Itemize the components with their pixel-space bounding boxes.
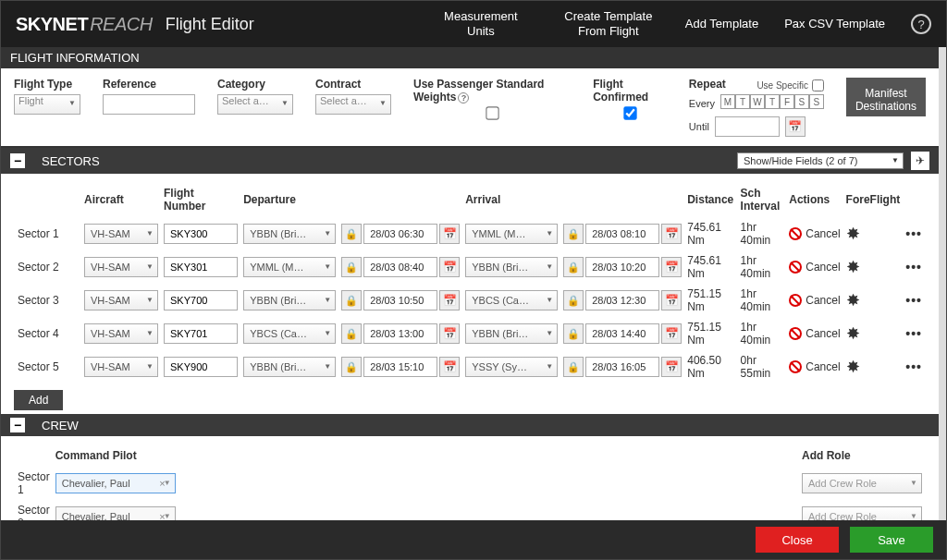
calendar-icon[interactable]: 📅 [661,290,682,310]
flight-type-select[interactable]: Flight [14,94,80,115]
add-crew-role-select[interactable]: Add Crew Role [802,506,922,520]
arrival-port-select[interactable]: YSSY (Sy… [465,357,558,377]
repeat-day[interactable]: T [735,94,750,109]
arrival-port-select[interactable]: YMML (M… [465,224,558,244]
close-button[interactable]: Close [756,527,839,553]
flight-number-input[interactable] [164,224,238,244]
departure-port-select[interactable]: YBBN (Bri… [243,224,336,244]
nav-measurement-units[interactable]: Measurement Units [430,9,532,38]
help-icon[interactable]: ? [911,14,931,34]
flight-number-input[interactable] [164,323,238,344]
command-pilot-select[interactable]: Chevalier, Paul× [55,506,176,520]
lock-icon[interactable]: 🔒 [341,357,362,377]
info-icon[interactable]: ? [458,92,469,103]
repeat-day[interactable]: T [765,94,780,109]
calendar-icon[interactable]: 📅 [661,323,682,344]
until-input[interactable] [715,116,780,137]
departure-port-select[interactable]: YBCS (Ca… [243,323,336,344]
departure-time-input[interactable]: 28/03 06:30 [363,224,437,244]
departure-time-input[interactable]: 28/03 10:50 [363,290,437,310]
nav-pax-csv-template[interactable]: Pax CSV Template [784,17,885,31]
lock-icon[interactable]: 🔒 [563,357,584,377]
more-icon[interactable]: ••• [905,260,922,274]
lock-icon[interactable]: 🔒 [563,323,584,344]
clear-icon[interactable]: × [155,511,168,520]
foreflight-icon[interactable]: ✸ [846,324,860,343]
departure-port-select[interactable]: YBBN (Bri… [243,290,336,310]
aircraft-select[interactable]: VH-SAM [84,323,158,344]
cancel-button[interactable]: Cancel [789,227,840,240]
calendar-icon[interactable]: 📅 [439,357,460,377]
lock-icon[interactable]: 🔒 [341,224,362,244]
lock-icon[interactable]: 🔒 [563,290,584,310]
lock-icon[interactable]: 🔒 [341,323,362,344]
cancel-button[interactable]: Cancel [789,294,840,307]
clear-icon[interactable]: × [155,478,168,489]
repeat-day[interactable]: W [750,94,765,109]
show-hide-fields-select[interactable]: Show/Hide Fields (2 of 7) [737,152,904,169]
add-sector-button[interactable]: Add [14,390,63,410]
foreflight-icon[interactable]: ✸ [846,225,860,243]
flight-number-input[interactable] [164,290,238,310]
arrival-time-input[interactable]: 28/03 12:30 [585,290,659,310]
repeat-day[interactable]: S [809,94,824,109]
cancel-button[interactable]: Cancel [789,261,840,274]
repeat-days[interactable]: MTWTFSS [720,94,824,109]
more-icon[interactable]: ••• [905,293,922,308]
command-pilot-select[interactable]: Chevalier, Paul× [55,473,176,493]
repeat-day[interactable]: M [720,94,735,109]
content-scroll[interactable]: FLIGHT INFORMATION Flight Type Flight Re… [1,47,946,520]
more-icon[interactable]: ••• [905,226,922,241]
arrival-time-input[interactable]: 28/03 14:40 [585,323,659,344]
calendar-icon[interactable]: 📅 [661,224,682,244]
reference-input[interactable] [103,94,195,115]
calendar-icon[interactable]: 📅 [785,116,806,137]
lock-icon[interactable]: 🔒 [563,257,584,277]
aircraft-select[interactable]: VH-SAM [84,224,158,244]
calendar-icon[interactable]: 📅 [661,357,682,377]
map-icon[interactable]: ✈ [911,152,929,170]
repeat-day[interactable]: F [780,94,794,109]
more-icon[interactable]: ••• [905,359,922,374]
departure-time-input[interactable]: 28/03 13:00 [363,323,437,344]
nav-add-template[interactable]: Add Template [685,17,758,31]
arrival-time-input[interactable]: 28/03 16:05 [585,357,659,377]
foreflight-icon[interactable]: ✸ [846,258,860,276]
calendar-icon[interactable]: 📅 [439,290,460,310]
repeat-day[interactable]: S [794,94,809,109]
departure-port-select[interactable]: YBBN (Bri… [243,357,336,377]
arrival-port-select[interactable]: YBBN (Bri… [465,323,558,344]
manifest-destinations-button[interactable]: Manifest Destinations [846,78,926,116]
cancel-button[interactable]: Cancel [789,327,840,340]
calendar-icon[interactable]: 📅 [661,257,682,277]
foreflight-icon[interactable]: ✸ [846,291,860,310]
aircraft-select[interactable]: VH-SAM [84,257,158,277]
use-specific-checkbox[interactable] [812,79,824,91]
cancel-button[interactable]: Cancel [789,360,840,373]
aircraft-select[interactable]: VH-SAM [84,290,158,310]
arrival-port-select[interactable]: YBCS (Ca… [465,290,558,310]
collapse-icon[interactable]: − [10,418,25,432]
save-button[interactable]: Save [850,527,933,553]
use-pax-checkbox[interactable] [486,106,498,119]
arrival-time-input[interactable]: 28/03 08:10 [585,224,659,244]
collapse-icon[interactable]: − [10,153,25,168]
arrival-port-select[interactable]: YBBN (Bri… [465,257,558,277]
departure-time-input[interactable]: 28/03 08:40 [363,257,437,277]
nav-create-template[interactable]: Create Template From Flight [558,9,659,38]
aircraft-select[interactable]: VH-SAM [84,357,158,377]
calendar-icon[interactable]: 📅 [439,323,460,344]
flight-number-input[interactable] [164,357,238,377]
foreflight-icon[interactable]: ✸ [846,358,860,376]
category-select[interactable]: Select a… [217,94,293,115]
flight-confirmed-checkbox[interactable] [623,106,636,119]
contract-select[interactable]: Select a… [315,94,391,115]
lock-icon[interactable]: 🔒 [341,257,362,277]
lock-icon[interactable]: 🔒 [563,224,584,244]
add-crew-role-select[interactable]: Add Crew Role [802,473,922,493]
calendar-icon[interactable]: 📅 [439,257,460,277]
flight-number-input[interactable] [164,257,238,277]
arrival-time-input[interactable]: 28/03 10:20 [585,257,659,277]
departure-port-select[interactable]: YMML (M… [243,257,336,277]
more-icon[interactable]: ••• [905,326,922,341]
